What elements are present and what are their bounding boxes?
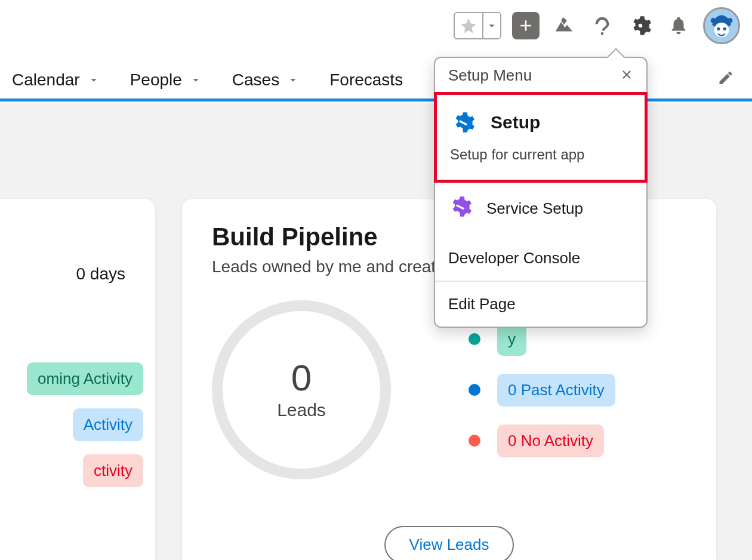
- star-icon: [460, 17, 477, 35]
- status-badge: ctivity: [83, 454, 143, 487]
- avatar-icon: [705, 7, 738, 44]
- gear-icon: [629, 14, 652, 37]
- chevron-down-icon[interactable]: [87, 73, 100, 87]
- nav-tab-label: Forecasts: [329, 70, 403, 90]
- setup-item-edit-page[interactable]: Edit Page: [435, 282, 646, 327]
- leads-donut-chart: 0 Leads: [212, 300, 391, 479]
- legend-badge: 0 No Activity: [497, 424, 604, 457]
- nav-tab-label: People: [130, 70, 182, 90]
- svg-point-4: [723, 27, 726, 30]
- status-badge: Activity: [73, 408, 143, 441]
- days-text: 0 days: [0, 264, 143, 284]
- setup-gear-button[interactable]: [627, 12, 654, 39]
- chevron-down-icon[interactable]: [189, 73, 202, 87]
- service-setup-gear-icon: [448, 195, 472, 223]
- pencil-icon: [717, 69, 734, 86]
- legend-row: 0 Past Activity: [469, 374, 615, 407]
- setup-menu-header: Setup Menu: [435, 58, 646, 93]
- global-header: [454, 7, 740, 44]
- svg-point-3: [717, 27, 720, 30]
- nav-tab-label: Cases: [232, 70, 279, 90]
- setup-item-setup-highlighted[interactable]: Setup Setup for current app: [434, 92, 648, 183]
- edit-nav-button[interactable]: [717, 69, 734, 90]
- nav-tab-cases[interactable]: Cases: [232, 70, 300, 90]
- setup-item-service-setup[interactable]: Service Setup: [435, 181, 646, 236]
- trailhead-icon: [553, 14, 575, 37]
- setup-item-label: Edit Page: [448, 295, 516, 313]
- svg-point-6: [728, 18, 733, 23]
- left-card-leads-fragment: 0 days oming Activity Activity ctivity: [0, 199, 155, 560]
- legend-dot-icon: [469, 333, 480, 345]
- favorite-star-button[interactable]: [455, 13, 482, 38]
- legend-badge: 0 Past Activity: [497, 374, 615, 407]
- nav-tab-forecasts[interactable]: Forecasts: [329, 70, 403, 90]
- global-add-button[interactable]: [512, 12, 540, 39]
- setup-item-label: Developer Console: [448, 249, 580, 267]
- setup-gear-icon: [450, 109, 476, 136]
- notifications-button[interactable]: [665, 12, 692, 39]
- setup-item-developer-console[interactable]: Developer Console: [435, 236, 646, 281]
- svg-point-5: [711, 18, 716, 23]
- nav-tab-people[interactable]: People: [130, 70, 202, 90]
- favorites-group: [454, 12, 501, 39]
- chevron-down-icon[interactable]: [286, 73, 300, 87]
- trailhead-button[interactable]: [550, 12, 578, 39]
- view-leads-button[interactable]: View Leads: [384, 526, 514, 560]
- status-badge: oming Activity: [27, 362, 143, 395]
- plus-icon: [517, 17, 535, 35]
- legend-dot-icon: [469, 384, 480, 396]
- close-icon: [620, 68, 633, 81]
- setup-item-label: Service Setup: [486, 199, 583, 218]
- setup-item-description: Setup for current app: [450, 146, 631, 163]
- donut-value: 0: [291, 359, 312, 396]
- nav-tab-calendar[interactable]: Calendar: [12, 70, 100, 90]
- setup-menu-popover: Setup Menu Setup Setup for current app S…: [434, 57, 648, 328]
- help-button[interactable]: [588, 12, 616, 39]
- nav-tab-label: Calendar: [12, 70, 80, 90]
- legend-row: 0 No Activity: [469, 424, 615, 457]
- help-icon: [592, 16, 612, 36]
- legend-dot-icon: [469, 435, 480, 447]
- setup-item-title: Setup: [491, 112, 540, 133]
- bell-icon: [668, 16, 689, 36]
- favorite-dropdown-button[interactable]: [482, 13, 500, 38]
- chevron-down-icon: [485, 19, 498, 32]
- user-avatar-button[interactable]: [703, 7, 740, 44]
- donut-legend: y 0 Past Activity 0 No Activity: [469, 323, 615, 457]
- donut-label: Leads: [277, 400, 326, 420]
- close-button[interactable]: [620, 67, 633, 84]
- setup-menu-title: Setup Menu: [448, 66, 532, 85]
